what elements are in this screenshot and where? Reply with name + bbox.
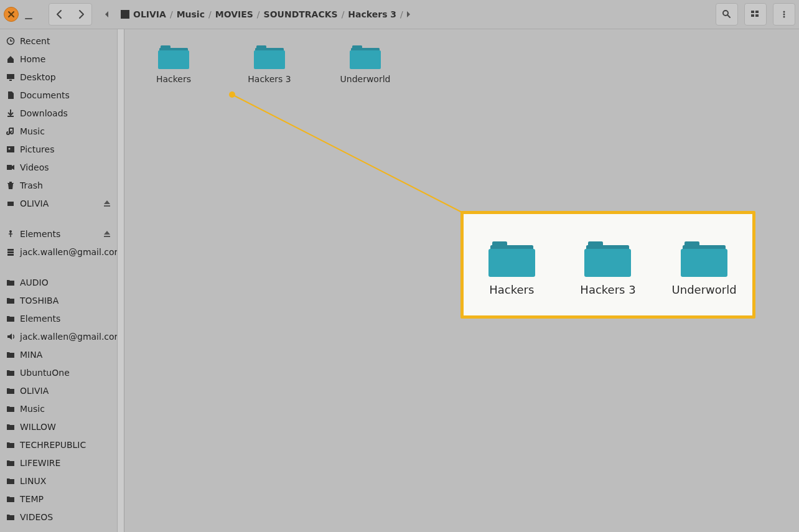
folder-icon [6, 368, 15, 377]
callout-anchor-dot [229, 91, 235, 98]
view-mode-button[interactable] [744, 3, 767, 26]
pic-icon [6, 145, 15, 154]
sidebar-item-label: VIDEOS [20, 512, 53, 522]
sidebar-item[interactable]: Desktop [0, 68, 117, 86]
folder-icon [6, 278, 15, 287]
sidebar-item[interactable]: TOSHIBA [0, 291, 117, 309]
breadcrumb-item[interactable]: OLIVIA [114, 4, 172, 25]
folder-icon [6, 314, 15, 323]
breadcrumb-item[interactable]: Hackers 3 [342, 4, 403, 25]
sidebar-item[interactable]: VIDEOS [0, 508, 117, 526]
sidebar-item-label: WILLOW [20, 422, 56, 432]
window-minimize-button[interactable] [25, 18, 32, 19]
forward-button[interactable] [70, 4, 91, 25]
eject-icon[interactable] [102, 199, 111, 208]
desktop-icon [6, 73, 15, 82]
sidebar-item[interactable]: TEMP [0, 490, 117, 508]
music-icon [6, 127, 15, 136]
sidebar-item[interactable]: LINUX [0, 472, 117, 490]
sidebar-item-label: Recent [20, 36, 50, 46]
sidebar-item[interactable]: TECHREPUBLIC [0, 436, 117, 454]
toolbar: OLIVIA/Music/MOVIES/SOUNDTRACKS/Hackers … [0, 0, 799, 29]
sidebar-item[interactable]: OLIVIA [0, 381, 117, 399]
sidebar-item-label: Music [20, 126, 45, 136]
sidebar-item[interactable]: AUDIO [0, 273, 117, 291]
sidebar-item-label: LINUX [20, 476, 46, 486]
sidebar-item[interactable]: OLIVIA [0, 194, 117, 212]
folder-icon [6, 386, 15, 395]
video-icon [6, 163, 15, 172]
sidebar-item[interactable]: Elements [0, 225, 117, 243]
sidebar-scrollbar[interactable] [118, 29, 124, 532]
sidebar-item[interactable]: MINA [0, 345, 117, 363]
breadcrumb-item[interactable]: Music [171, 4, 211, 25]
icon-grid: HackersHackers 3Underworld [124, 29, 799, 95]
sidebar-item[interactable]: Music [0, 399, 117, 418]
sidebar-item[interactable]: jack.wallen@gmail.com [0, 327, 117, 345]
sidebar-item-label: LIFEWIRE [20, 458, 60, 468]
callout-folder-item: Hackers 3 [571, 234, 645, 296]
sidebar-item[interactable]: Trash [0, 176, 117, 194]
folder-icon [6, 296, 15, 305]
sidebar-item[interactable]: WILLOW [0, 418, 117, 436]
folder-icon [6, 459, 15, 467]
breadcrumb-item[interactable]: MOVIES [209, 4, 259, 25]
sidebar-item[interactable]: Videos [0, 158, 117, 176]
sidebar-item[interactable]: LIFEWIRE [0, 454, 117, 472]
usb-icon [6, 230, 15, 238]
sidebar-item-label: Videos [20, 162, 49, 172]
folder-icon [488, 234, 535, 277]
nav-buttons [49, 3, 92, 26]
folder-item[interactable]: Underworld [337, 40, 393, 84]
drive-icon [121, 10, 129, 19]
sidebar-item[interactable]: Elements [0, 309, 117, 327]
folder-icon [584, 234, 631, 277]
folder-label: Underworld [672, 283, 737, 296]
folder-icon [350, 40, 381, 69]
folder-item[interactable]: Hackers [146, 40, 202, 84]
folder-icon [6, 350, 15, 359]
sidebar-item-label: jack.wallen@gmail.com [20, 332, 118, 342]
sidebar-item[interactable]: jack.wallen@gmail.com [0, 243, 117, 261]
sidebar-item-label: Trash [20, 180, 43, 190]
folder-icon [158, 40, 189, 69]
sidebar-item-label: Music [20, 404, 45, 414]
server-icon [6, 248, 15, 256]
search-button[interactable] [716, 3, 738, 26]
sidebar-item[interactable]: Home [0, 50, 117, 68]
sidebar-item[interactable]: Documents [0, 86, 117, 104]
sidebar-item-label: AUDIO [20, 278, 49, 287]
sidebar-item-label: OLIVIA [20, 386, 49, 396]
hamburger-menu-button[interactable] [773, 3, 795, 26]
sidebar-item-label: Desktop [20, 72, 56, 82]
sidebar-item[interactable]: Pictures [0, 140, 117, 158]
folder-icon [6, 441, 15, 449]
download-icon [6, 109, 15, 118]
sidebar-item-label: TOSHIBA [20, 296, 58, 306]
sidebar-item[interactable]: UbuntuOne [0, 363, 117, 381]
eject-icon[interactable] [102, 230, 111, 238]
folder-item[interactable]: Hackers 3 [241, 40, 297, 84]
folder-label: Underworld [340, 74, 391, 84]
folder-label: Hackers 3 [248, 74, 291, 84]
drive-icon [6, 199, 15, 208]
breadcrumb-scroll-right[interactable] [401, 4, 416, 25]
window-close-button[interactable] [4, 7, 19, 22]
sidebar-item-label: TECHREPUBLIC [20, 440, 86, 450]
sidebar-item-label: Documents [20, 90, 70, 100]
back-button[interactable] [49, 4, 70, 25]
folder-label: Hackers [489, 283, 534, 296]
breadcrumb-item[interactable]: SOUNDTRACKS [258, 4, 344, 25]
sidebar-item[interactable]: Music [0, 122, 117, 140]
home-icon [6, 55, 15, 63]
sidebar-item[interactable]: Downloads [0, 104, 117, 122]
folder-icon [6, 404, 15, 413]
sidebar-item[interactable]: Recent [0, 32, 117, 50]
content-area[interactable]: HackersHackers 3Underworld HackersHacker… [124, 29, 799, 532]
folder-label: Hackers [156, 74, 191, 84]
trash-icon [6, 181, 15, 190]
sidebar-item-label: jack.wallen@gmail.com [20, 247, 118, 257]
sidebar-item-label: MINA [20, 350, 42, 360]
breadcrumb-scroll-left[interactable] [100, 4, 114, 25]
callout-folder-item: Underworld [667, 234, 742, 296]
